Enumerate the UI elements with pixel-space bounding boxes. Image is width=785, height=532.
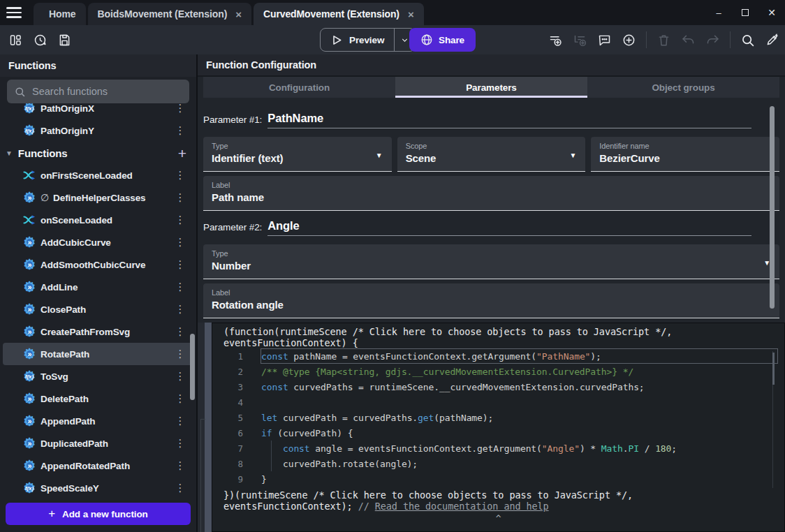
sidebar-item-duplicatedpath[interactable]: ⚙»DuplicatedPath ⋮ [3, 432, 193, 455]
item-menu-icon[interactable]: ⋮ [174, 258, 186, 271]
preview-button[interactable]: Preview [320, 28, 416, 52]
close-tab-icon[interactable]: × [408, 9, 414, 20]
chevron-down-icon[interactable]: ▼ [6, 149, 13, 157]
sidebar-item-speedscaley[interactable]: ⚙f(x)SpeedScaleY ⋮ [3, 477, 193, 499]
editor-scrollbar-thumb[interactable] [772, 353, 775, 385]
item-menu-icon[interactable]: ⋮ [174, 482, 186, 494]
field-value: Rotation angle [212, 299, 771, 311]
sidebar-item-tosvg[interactable]: ⚙f(x)ToSvg ⋮ [3, 365, 193, 387]
item-menu-icon[interactable]: ⋮ [174, 348, 186, 360]
item-menu-icon[interactable]: ⋮ [174, 392, 186, 405]
input-label[interactable]: Label Rotation angle [203, 283, 779, 318]
hamburger-menu-icon[interactable] [0, 0, 28, 25]
function-name: RotatePath [41, 349, 89, 360]
add-event-icon[interactable] [548, 33, 563, 47]
sidebar-item-rotatepath[interactable]: ⚙»RotatePath ⋮ [3, 343, 193, 365]
javascript-code-editor[interactable]: (function(runtimeScene /* Click here to … [212, 323, 785, 532]
dropdown-scope[interactable]: Scope Scene▼ [397, 137, 586, 172]
add-function-plus-icon[interactable]: + [178, 146, 186, 161]
item-menu-icon[interactable]: ⋮ [174, 325, 186, 338]
history-icon[interactable] [33, 33, 47, 47]
item-menu-icon[interactable]: ⋮ [174, 303, 186, 316]
code-line[interactable]: 9} [212, 471, 784, 487]
input-identifier-name[interactable]: Identifier name BezierCurve [591, 137, 779, 172]
tab-parameters[interactable]: Parameters [395, 77, 587, 98]
footer-line-2[interactable]: eventsFunctionContext); [223, 501, 358, 512]
minimize-button[interactable]: – [705, 0, 732, 25]
item-menu-icon[interactable]: ⋮ [174, 437, 186, 450]
js-code-header[interactable]: (function(runtimeScene /* Click here to … [212, 326, 784, 348]
search-functions-input[interactable] [32, 86, 182, 97]
maximize-button[interactable] [732, 0, 758, 25]
item-menu-icon[interactable]: ⋮ [174, 191, 186, 204]
tab-configuration[interactable]: Configuration [203, 77, 395, 98]
share-button[interactable]: Share [409, 28, 476, 52]
code-line[interactable]: 8 curvedPath.rotate(angle); [212, 456, 784, 471]
preview-button-main[interactable]: Preview [321, 29, 394, 51]
item-menu-icon[interactable]: ⋮ [174, 370, 186, 383]
code-line[interactable]: 1const pathName = eventsFunctionContext.… [212, 348, 784, 364]
tab-boidsmovement-extension-[interactable]: BoidsMovement (Extension)× [88, 3, 251, 25]
panels-icon[interactable] [8, 33, 23, 47]
project-tabs: HomeBoidsMovement (Extension)×CurvedMove… [34, 0, 426, 25]
item-menu-icon[interactable]: ⋮ [174, 236, 186, 249]
code-text: /** @type {Map<string, gdjs.__curvedMove… [261, 364, 777, 378]
code-line[interactable]: 4 [212, 394, 784, 410]
event-indent-guide [200, 419, 201, 532]
sidebar-item-closepath[interactable]: ⚙»ClosePath ⋮ [3, 298, 193, 320]
parameters-scrollbar[interactable] [770, 106, 775, 309]
tab-curvedmovement-extension-[interactable]: CurvedMovement (Extension)× [254, 3, 424, 25]
dropdown-type[interactable]: Type Identifier (text)▼ [203, 137, 392, 172]
sidebar-item-addcubiccurve[interactable]: ⚙»AddCubicCurve ⋮ [3, 231, 193, 253]
sidebar-scrollbar[interactable] [190, 334, 195, 400]
sidebar-item-addline[interactable]: ⚙»AddLine ⋮ [3, 276, 193, 298]
sidebar-item-appendrotatedpath[interactable]: ⚙»AppendRotatedPath ⋮ [3, 455, 193, 477]
search-icon[interactable] [740, 33, 755, 47]
dropdown-type[interactable]: Type Number▼ [203, 244, 779, 279]
item-menu-icon[interactable]: ⋮ [174, 124, 186, 137]
sidebar-item-addsmoothcubiccurve[interactable]: ⚙»AddSmoothCubicCurve ⋮ [3, 253, 193, 276]
item-menu-icon[interactable]: ⋮ [174, 169, 186, 182]
code-line[interactable]: 6if (curvedPath) { [212, 425, 784, 441]
sidebar-item-createpathfromsvg[interactable]: ⚙»CreatePathFromSvg ⋮ [3, 320, 193, 343]
sidebar-item-onsceneloaded[interactable]: onSceneLoaded ⋮ [3, 209, 193, 231]
sidebar-item-pathoriginy[interactable]: ⚙f(x)PathOriginY ⋮ [3, 119, 193, 142]
edit-mode-icon[interactable] [765, 33, 779, 47]
tab-home[interactable]: Home [34, 3, 86, 25]
item-menu-icon[interactable]: ⋮ [174, 459, 186, 472]
sidebar-item-definehelperclasses[interactable]: ⚙»∅DefineHelperClasses ⋮ [3, 186, 193, 209]
code-expander-caret[interactable]: ^ [212, 513, 784, 524]
code-text: } [261, 472, 777, 486]
field-label: Type [212, 249, 771, 258]
code-line[interactable]: 2/** @type {Map<string, gdjs.__curvedMov… [212, 364, 784, 379]
close-tab-icon[interactable]: × [235, 9, 242, 20]
item-menu-icon[interactable]: ⋮ [174, 281, 186, 293]
add-other-event-icon[interactable] [622, 33, 636, 47]
event-selection-rail[interactable] [205, 323, 212, 532]
share-label: Share [439, 35, 464, 45]
footer-line-1[interactable]: })(runtimeScene /* Click here to choose … [223, 489, 633, 501]
sidebar-item-appendpath[interactable]: ⚙»AppendPath ⋮ [3, 410, 193, 432]
item-menu-icon[interactable]: ⋮ [174, 415, 186, 427]
sidebar-item-pathoriginx[interactable]: ⚙f(x)PathOriginX ⋮ [3, 103, 193, 119]
sidebar-item-deletepath[interactable]: ⚙»DeletePath ⋮ [3, 387, 193, 410]
sidebar-item-onfirstsceneloaded[interactable]: onFirstSceneLoaded ⋮ [3, 164, 193, 186]
input-label[interactable]: Label Path name [203, 176, 779, 211]
save-icon[interactable] [57, 33, 72, 47]
line-number: 7 [212, 443, 261, 454]
add-new-function-button[interactable]: + Add a new function [6, 503, 191, 525]
code-line[interactable]: 7 const angle = eventsFunctionContext.ge… [212, 441, 784, 456]
code-line[interactable]: 5let curvedPath = curvedPaths.get(pathNa… [212, 410, 784, 425]
close-button[interactable]: ✕ [758, 0, 785, 25]
parameter-name-input[interactable]: Angle [267, 219, 751, 236]
search-functions-box[interactable] [7, 80, 189, 103]
private-function-icon: ∅ [41, 192, 49, 203]
code-line[interactable]: 3const curvedPaths = runtimeScene.__curv… [212, 379, 784, 394]
documentation-link[interactable]: Read the documentation and help [375, 501, 549, 512]
field-label: Label [212, 288, 771, 297]
parameter-name-input[interactable]: PathName [267, 112, 751, 128]
tab-object-groups[interactable]: Object groups [587, 77, 779, 98]
item-menu-icon[interactable]: ⋮ [174, 103, 186, 114]
item-menu-icon[interactable]: ⋮ [174, 214, 186, 226]
add-comment-icon[interactable] [597, 33, 612, 47]
